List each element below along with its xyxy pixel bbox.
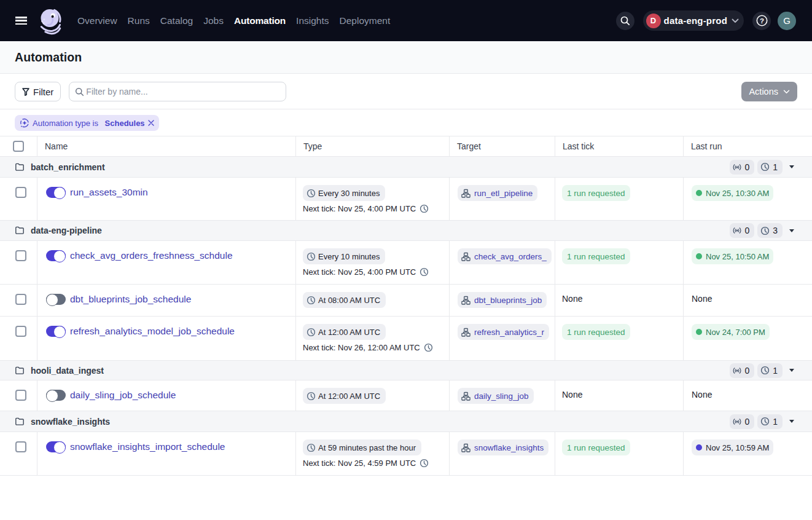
svg-text:?: ? <box>759 17 763 25</box>
